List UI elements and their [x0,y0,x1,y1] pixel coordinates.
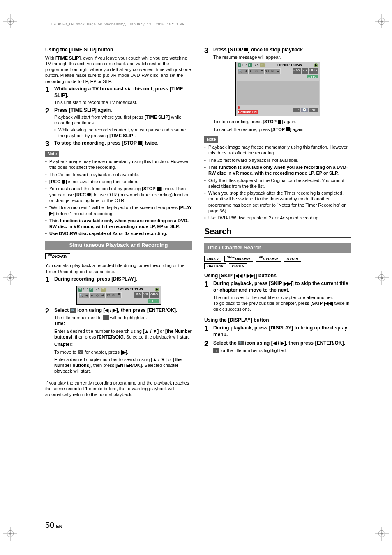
t-icon: T [213,348,219,353]
disc-badge: DVD-R [284,256,302,262]
osd-clock-icon: ⏱ [260,63,265,67]
step-title: Press [TIME SLIP] again. [54,107,192,114]
sub-line: To stop recording, press [STOP ] again. [213,119,351,124]
osd-tag: VR [302,68,308,74]
svg-point-7 [380,20,383,22]
osd-tag: VR [143,292,149,298]
book-header: E9TK5FD_EN.book Page 50 Wednesday, Janua… [10,21,382,28]
search-icon: 🔍 [70,308,76,313]
reg-mark-icon [3,271,17,285]
skip-step-1: 1 During playback, press [SKIP ▶▶|] to s… [204,281,351,312]
step-number: 1 [45,86,54,105]
step-body: The resume message will appear. [213,54,351,60]
step-number: 1 [204,325,213,339]
search-icon: 🔍 [238,341,244,345]
note-label: Note [45,151,59,157]
step-number: 3 [45,140,54,148]
chapter-body-1: To move to C for chapter, press [▶]. [54,349,192,355]
note-list: Playback image may freeze momentarily us… [204,144,351,221]
disc-badge: DVD+R [229,263,247,269]
note-list: Playback image may freeze momentarily us… [45,159,192,237]
title-label: Title: [54,320,192,326]
osd-play-icon: ▶ [314,63,318,67]
reg-mark-icon [375,527,389,541]
osd-display-2: T 1/ 5 C 1/ 5 ⏱ 0:01:00 / 1:23:45 ▶ 🔍◀▶◐… [235,62,320,117]
step-title: During playback, press [DISPLAY] to brin… [213,325,351,338]
stop-icon [278,120,281,124]
rec-icon [62,180,65,184]
disp-step-2: 2 Select the 🔍 icon using [◀ / ▶], then … [204,340,351,353]
note-item: Playback image may freeze momentarily us… [204,144,351,156]
osd-tag: -RW [293,68,301,74]
sub-line: To cancel the resume, press [STOP ] agai… [213,127,351,132]
osd-tag: ORG [150,292,159,298]
note-label: Note [204,136,218,143]
sub-heading: Using [SKIP |◀◀ / ▶▶|] buttons [204,273,351,279]
note-item: When you stop the playback after the Tim… [204,190,351,214]
section-heading: Using the [TIME SLIP] button [45,47,192,53]
svg-point-19 [9,276,11,279]
osd-title-count: 1/ 5 [242,63,247,67]
osd-t-icon: T [78,288,82,292]
step-body: To go back to the previous title or chap… [213,300,351,312]
step-2: 2 Press [TIME SLIP] again. Playback will… [45,107,192,139]
step-number: 1 [45,276,54,284]
page-lang: EN [56,524,62,529]
right-step-3: 3 Press [STOP ] once to stop playback. T… [204,47,351,60]
step-body: The unit moves to the next title or chap… [213,295,351,300]
chapter-label: Chapter: [54,341,192,347]
spr-step-1: 1 During recording, press [DISPLAY]. [45,276,192,284]
note-item: The 2x fast forward playback is not avai… [204,157,351,163]
rec-icon [87,193,91,196]
note-item: This function is available only when you… [45,218,192,230]
rec-dot-icon [238,106,240,109]
note-item: Use DVD-RW disc capable of 2x or 4x spee… [204,215,351,221]
svg-point-23 [380,276,383,279]
osd-time: 0:01:00 / 1:23:45 [277,63,302,67]
disc-badge-row: DVD-V VideoDVD-RW VRDVD-RW DVD-R DVD+RW … [204,255,351,270]
osd-icon-strip: 🔍◀▶◐⇄NR⊞≣ [238,68,281,74]
step-body: Playback will start from where you first… [54,114,192,126]
stop-icon [138,141,142,145]
c-icon: C [78,350,83,354]
page: E9TK5FD_EN.book Page 50 Wednesday, Janua… [0,0,392,555]
note-item: [REC ] is not available during this func… [45,179,192,184]
disc-badge: DVD+RW [204,263,226,269]
step-title: Select 🔍 icon using [◀ / ▶], then press … [54,307,192,314]
step-3: 3 To stop the recording, press [STOP ] t… [45,140,192,148]
step-bullet: •While viewing the recorded content, you… [54,127,192,139]
intro-paragraph: With [TIME SLIP], even if you leave your… [45,55,192,84]
note-item: “Wait for a moment.” will be displayed o… [45,205,192,216]
disc-badge-row: VRDVD-RW [45,253,192,260]
left-footer-paragraph: If you play the currently recording prog… [45,380,192,398]
right-column: 3 Press [STOP ] once to stop playback. T… [204,45,351,399]
reg-mark-icon [375,14,389,28]
step-number: 2 [204,340,213,353]
stop-icon [286,127,290,131]
stop-icon [157,187,161,191]
title-body: Enter a desired title number to search u… [54,328,192,340]
step-body: T for the title number is highlighted. [213,348,351,353]
svg-point-3 [9,20,11,22]
disc-badge: DVD-V [204,256,221,262]
page-num-value: 50 [45,520,54,530]
step-number: 3 [204,47,213,60]
osd-clock-icon: ⏱ [101,288,106,292]
disc-badge: VideoDVD-RW [224,256,253,262]
note-item: The 2x fast forward playback is not avai… [45,172,192,177]
osd-lp: LP [293,108,300,112]
step-title: To stop the recording, press [STOP ] twi… [54,140,192,147]
spr-step-2: 2 Select 🔍 icon using [◀ / ▶], then pres… [45,307,192,375]
step-title: Select the 🔍 icon using [◀ / ▶], then pr… [213,340,351,347]
step-title: While viewing a TV broadcast via this un… [54,86,192,99]
step-body: The title number next to T will be highl… [54,315,192,320]
osd-icon-strip: 🔍◀▶◐⇄NR⊞≣ [78,292,122,298]
big-section-heading: Search [204,226,351,239]
resume-badge: Resume ON [238,110,258,114]
osd-time: 0:01:00 / 1:23:45 [118,288,143,292]
reg-mark-icon [3,14,17,28]
left-column: Using the [TIME SLIP] button With [TIME … [45,45,192,399]
osd-tf: 1 TF1 [307,75,318,78]
note-item: This function is available only when you… [204,164,351,176]
step-sub-lines: To stop recording, press [STOP ] again. … [213,119,351,132]
